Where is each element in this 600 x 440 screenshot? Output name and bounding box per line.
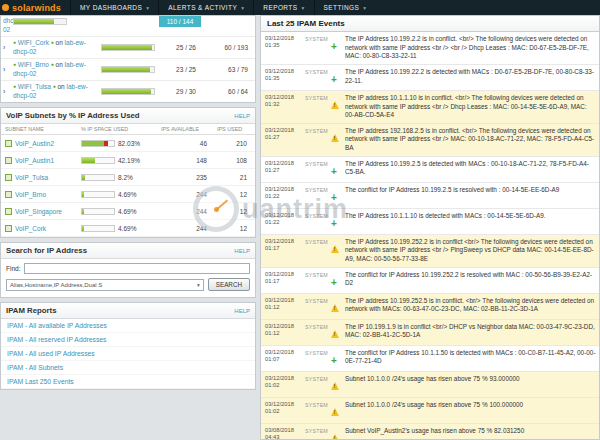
event-row[interactable]: 03/12/2018 01:35 SYSTEM The IP Address 1…	[261, 65, 599, 91]
subnet-icon	[5, 140, 12, 147]
event-type: SYSTEM	[305, 68, 331, 87]
voip-subnet-link[interactable]: VoIP_Cork	[15, 225, 46, 232]
event-row[interactable]: 03/12/2018 01:12 SYSTEM The IP address 1…	[261, 294, 599, 320]
event-row[interactable]: 03/12/2018 01:22 SYSTEM The conflict for…	[261, 183, 599, 209]
event-type: SYSTEM	[305, 35, 331, 61]
report-link[interactable]: IPAM - All Subnets	[1, 361, 255, 375]
event-date: 03/12/2018	[265, 212, 305, 219]
report-link[interactable]: IPAM - All reserved IP Addresses	[1, 333, 255, 347]
voip-pct-cell: 4.69%	[81, 191, 161, 198]
voip-subnet-link[interactable]: VoIP_Tulsa	[15, 174, 48, 181]
voip-subnets-panel: VoIP Subnets by % IP Address Used HELP S…	[0, 107, 256, 238]
event-time: 01:17	[265, 245, 305, 252]
event-icon-cell	[331, 349, 345, 368]
event-row[interactable]: 03/12/2018 01:12 SYSTEM The IP 10.199.1.…	[261, 320, 599, 346]
report-link[interactable]: IPAM - All used IP Addresses	[1, 347, 255, 361]
left-column: › ● ● ew-dhcp-02 110 / 144	[0, 15, 256, 440]
event-row[interactable]: 03/12/2018 01:17 SYSTEM The IP Address 1…	[261, 235, 599, 268]
nav-menu-item[interactable]: MY DASHBOARDS ▾	[70, 0, 158, 15]
dhcp-scope-row[interactable]: › ● WIFI_Tulsa ● on lab-ew-dhcp-02 29 / …	[1, 81, 255, 103]
event-type: SYSTEM	[305, 375, 331, 394]
voip-help-link[interactable]: HELP	[234, 113, 250, 119]
expand-arrow-icon[interactable]: ›	[3, 88, 13, 95]
voip-subnet-name[interactable]: VoIP_Tulsa	[5, 174, 81, 181]
event-message: The IP Address 10.199.252.2 is in confli…	[345, 238, 596, 264]
event-row[interactable]: 03/12/2018 01:35 SYSTEM The IP Address 1…	[261, 32, 599, 65]
voip-subnet-name[interactable]: VoIP_Austin2	[5, 140, 81, 147]
voip-subnet-link[interactable]: VoIP_Brno	[15, 191, 46, 198]
event-row[interactable]: 03/12/2018 01:27 SYSTEM The IP address 1…	[261, 124, 599, 157]
expand-arrow-icon[interactable]: ›	[3, 44, 13, 51]
event-type: SYSTEM	[305, 160, 331, 179]
voip-usage-bar	[81, 157, 115, 164]
voip-ips-used: 12	[217, 225, 257, 232]
event-date: 03/12/2018	[265, 349, 305, 356]
report-link[interactable]: IPAM Last 250 Events	[1, 375, 255, 389]
voip-subnet-row[interactable]: VoIP_Austin1 42.19% 148 108	[1, 152, 255, 169]
nav-menu-item[interactable]: SETTINGS ▾	[314, 0, 376, 15]
voip-pct-label: 42.19%	[118, 157, 140, 164]
voip-pct-cell: 82.03%	[81, 140, 161, 147]
voip-subnet-name[interactable]: VoIP_Cork	[5, 225, 81, 232]
ip-search-panel: Search for IP Address HELP Find: Alias,H…	[0, 242, 256, 298]
event-timestamp: 03/12/2018 01:02	[265, 401, 305, 420]
scope-name-link[interactable]: WIFI_Brno	[18, 61, 49, 68]
event-type: SYSTEM	[305, 94, 331, 120]
voip-subnet-link[interactable]: VoIP_Austin1	[15, 157, 54, 164]
search-help-link[interactable]: HELP	[234, 248, 250, 254]
voip-pct-cell: 8.2%	[81, 174, 161, 181]
event-type: SYSTEM	[305, 238, 331, 264]
event-time: 04:43	[265, 434, 305, 439]
search-panel-header: Search for IP Address HELP	[1, 243, 255, 259]
voip-ips-available: 148	[161, 157, 217, 164]
scope-value-2: 63 / 79	[201, 66, 253, 73]
scope-value-2: 60 / 64	[201, 88, 253, 95]
event-icon-cell	[331, 323, 345, 342]
voip-usage-fill	[82, 175, 85, 180]
voip-pct-cell: 4.69%	[81, 208, 161, 215]
event-row[interactable]: 03/12/2018 01:07 SYSTEM The conflict for…	[261, 346, 599, 372]
reports-help-link[interactable]: HELP	[234, 308, 250, 314]
dhcp-scope-row[interactable]: › ● WIFI_Brno ● on lab-ew-dhcp-02 23 / 2…	[1, 59, 255, 81]
voip-subnet-name[interactable]: VoIP_Singapore	[5, 208, 81, 215]
event-date: 03/12/2018	[265, 323, 305, 330]
voip-subnet-row[interactable]: VoIP_Cork 4.69% 244 12	[1, 220, 255, 237]
voip-subnet-row[interactable]: VoIP_Tulsa 8.2% 235 21	[1, 169, 255, 186]
scope-name-cell: ● WIFI_Cork ● on lab-ew-dhcp-02	[13, 39, 101, 56]
event-row[interactable]: 03/12/2018 01:02 SYSTEM Subnet 10.1.0.0 …	[261, 398, 599, 424]
report-link[interactable]: IPAM - All available IP Addresses	[1, 319, 255, 333]
nav-menu-item[interactable]: REPORTS ▾	[253, 0, 313, 15]
voip-subnet-name[interactable]: VoIP_Brno	[5, 191, 81, 198]
event-row[interactable]: 03/08/2018 04:43 SYSTEM Subnet VoIP_Aust…	[261, 424, 599, 439]
dhcp-scope-row[interactable]: › ● WIFI_Cork ● on lab-ew-dhcp-02 25 / 2…	[1, 37, 255, 59]
event-message: Subnet VoIP_Austin2's usage has risen ab…	[345, 427, 596, 439]
voip-subnet-name[interactable]: VoIP_Austin1	[5, 157, 81, 164]
event-timestamp: 03/12/2018 01:32	[265, 94, 305, 120]
voip-subnet-row[interactable]: VoIP_Brno 4.69% 244 12	[1, 186, 255, 203]
voip-subnet-link[interactable]: VoIP_Austin2	[15, 140, 54, 147]
scope-name-link[interactable]: WIFI_Tulsa	[18, 83, 51, 90]
event-row[interactable]: 03/12/2018 01:32 SYSTEM The IP address 1…	[261, 91, 599, 124]
voip-subnet-link[interactable]: VoIP_Singapore	[15, 208, 62, 215]
expand-arrow-icon[interactable]: ›	[3, 66, 13, 73]
search-button[interactable]: SEARCH	[208, 278, 250, 291]
event-row[interactable]: 03/12/2018 01:27 SYSTEM The IP Address 1…	[261, 157, 599, 183]
event-row[interactable]: 03/12/2018 01:17 SYSTEM The conflict for…	[261, 268, 599, 294]
event-icon-cell	[331, 186, 345, 205]
nav-menu-item[interactable]: ALERTS & ACTIVITY ▾	[158, 0, 253, 15]
event-row[interactable]: 03/12/2018 01:02 SYSTEM Subnet 10.1.0.0 …	[261, 372, 599, 398]
dhcp-scope-row[interactable]: › ● ● ew-dhcp-02 110 / 144	[1, 15, 255, 37]
voip-subnet-row[interactable]: VoIP_Austin2 82.03% 46 210	[1, 135, 255, 152]
scope-utilization-fill	[102, 67, 150, 72]
ipam-dashboard-screen: solarwinds MY DASHBOARDS ▾ ALERTS & ACTI…	[0, 0, 600, 440]
status-up-icon: ●	[13, 61, 16, 67]
scope-name-link[interactable]: WIFI_Cork	[18, 39, 49, 46]
search-in-select[interactable]: Alias,Hostname,IP Address,Dual S ▾	[6, 279, 204, 291]
voip-subnet-row[interactable]: VoIP_Singapore 4.69% 244 12	[1, 203, 255, 220]
subnet-icon	[5, 225, 12, 232]
solarwinds-logo[interactable]: solarwinds	[0, 0, 70, 15]
find-input[interactable]	[24, 263, 250, 274]
event-timestamp: 03/12/2018 01:35	[265, 35, 305, 61]
event-date: 03/12/2018	[265, 375, 305, 382]
event-row[interactable]: 03/12/2018 01:22 SYSTEM The IP Address 1…	[261, 209, 599, 235]
